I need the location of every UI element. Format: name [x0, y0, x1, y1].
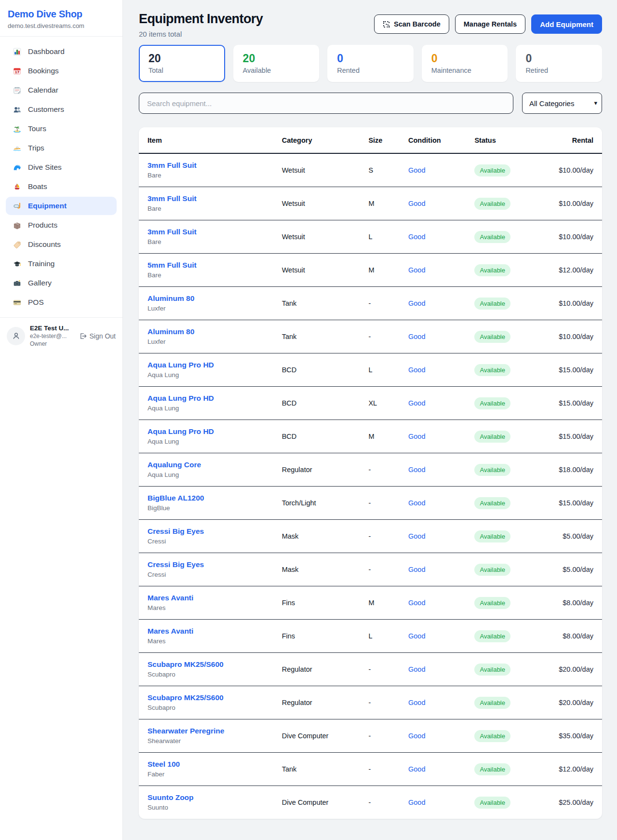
item-cell: Shearwater PeregrineShearwater [139, 719, 273, 753]
item-name-link[interactable]: Mares Avanti [148, 593, 265, 603]
table-header: ItemCategorySizeConditionStatusRental [139, 127, 602, 153]
item-name-link[interactable]: Aqua Lung Pro HD [148, 393, 265, 403]
sidebar-item-label: Training [28, 259, 54, 268]
condition-link[interactable]: Good [408, 799, 425, 806]
table-row: Mares AvantiMaresFinsMGoodAvailable$8.00… [139, 586, 602, 620]
condition-link[interactable]: Good [408, 499, 425, 507]
condition-link[interactable]: Good [408, 665, 425, 673]
manage-rentals-button[interactable]: Manage Rentals [455, 14, 525, 34]
condition-link[interactable]: Good [408, 366, 425, 374]
condition-link[interactable]: Good [408, 566, 425, 573]
table-row: Steel 100FaberTank-GoodAvailable$12.00/d… [139, 753, 602, 786]
wave-icon [13, 163, 21, 172]
sidebar-item-label: Gallery [28, 279, 52, 287]
add-equipment-label: Add Equipment [540, 20, 593, 28]
sidebar-item-boats[interactable]: Boats [6, 177, 117, 196]
condition-link[interactable]: Good [408, 399, 425, 407]
item-brand: BigBlue [148, 504, 265, 513]
item-name-link[interactable]: Scubapro MK25/S600 [148, 693, 265, 703]
stat-card-retired[interactable]: 0Retired [516, 45, 602, 82]
condition-link[interactable]: Good [408, 233, 425, 241]
sidebar-item-dive-sites[interactable]: Dive Sites [6, 158, 117, 176]
sidebar-item-gallery[interactable]: Gallery [6, 274, 117, 292]
stat-card-available[interactable]: 20Available [233, 45, 320, 82]
sidebar-item-dashboard[interactable]: Dashboard [6, 42, 117, 61]
condition-link[interactable]: Good [408, 166, 425, 174]
condition-link[interactable]: Good [408, 333, 425, 340]
item-name-link[interactable]: 3mm Full Suit [148, 227, 265, 237]
status-cell: Available [466, 453, 537, 487]
category-cell: Dive Computer [273, 786, 360, 819]
table-row: Scubapro MK25/S600ScubaproRegulator-Good… [139, 686, 602, 719]
avatar [7, 327, 25, 345]
item-name-link[interactable]: Shearwater Peregrine [148, 726, 265, 736]
items-total-count: 20 items total [139, 30, 263, 38]
item-name-link[interactable]: Suunto Zoop [148, 793, 265, 802]
item-name-link[interactable]: 3mm Full Suit [148, 194, 265, 203]
item-name-link[interactable]: Aluminum 80 [148, 327, 265, 337]
status-badge: Available [474, 564, 510, 576]
condition-link[interactable]: Good [408, 632, 425, 640]
item-name-link[interactable]: Aqua Lung Pro HD [148, 360, 265, 370]
item-name-link[interactable]: Cressi Big Eyes [148, 560, 265, 569]
item-name-link[interactable]: BigBlue AL1200 [148, 493, 265, 503]
sign-out-icon [79, 332, 87, 340]
condition-cell: Good [400, 187, 466, 220]
add-equipment-button[interactable]: Add Equipment [531, 14, 602, 34]
rental-cell: $12.00/day [537, 753, 602, 786]
manage-rentals-label: Manage Rentals [464, 20, 517, 28]
condition-link[interactable]: Good [408, 299, 425, 307]
size-cell: - [360, 287, 400, 320]
sidebar-item-trips[interactable]: Trips [6, 139, 117, 157]
sidebar-item-equipment[interactable]: Equipment [6, 197, 117, 215]
sidebar-item-products[interactable]: Products [6, 216, 117, 234]
sidebar-item-label: Boats [28, 182, 47, 191]
rental-cell: $8.00/day [537, 620, 602, 653]
item-name-link[interactable]: Aqualung Core [148, 460, 265, 470]
scan-barcode-button[interactable]: Scan Barcode [374, 14, 449, 34]
spiral-calendar-icon [13, 86, 21, 95]
rental-cell: $15.00/day [537, 487, 602, 520]
condition-link[interactable]: Good [408, 599, 425, 607]
condition-link[interactable]: Good [408, 266, 425, 274]
stat-card-rented[interactable]: 0Rented [327, 45, 414, 82]
sidebar-item-customers[interactable]: Customers [6, 100, 117, 119]
size-cell: M [360, 586, 400, 620]
stat-card-maintenance[interactable]: 0Maintenance [422, 45, 508, 82]
item-name-link[interactable]: Aluminum 80 [148, 294, 265, 303]
condition-link[interactable]: Good [408, 532, 425, 540]
search-input[interactable] [139, 93, 513, 114]
brand-name[interactable]: Demo Dive Shop [8, 9, 115, 20]
item-cell: Scubapro MK25/S600Scubapro [139, 653, 273, 686]
condition-link[interactable]: Good [408, 433, 425, 440]
item-name-link[interactable]: Scubapro MK25/S600 [148, 660, 265, 669]
item-brand: Aqua Lung [148, 404, 265, 413]
stat-card-total[interactable]: 20Total [139, 45, 225, 82]
condition-cell: Good [400, 719, 466, 753]
sign-out-button[interactable]: Sign Out [79, 332, 116, 340]
rental-cell: $20.00/day [537, 653, 602, 686]
condition-link[interactable]: Good [408, 732, 425, 740]
sidebar-item-calendar[interactable]: Calendar [6, 81, 117, 99]
item-name-link[interactable]: Steel 100 [148, 759, 265, 769]
condition-link[interactable]: Good [408, 466, 425, 474]
item-name-link[interactable]: Aqua Lung Pro HD [148, 427, 265, 436]
item-name-link[interactable]: 5mm Full Suit [148, 260, 265, 270]
category-select[interactable]: All Categories [522, 93, 602, 114]
sidebar-item-tours[interactable]: Tours [6, 120, 117, 138]
sidebar-item-pos[interactable]: POS [6, 293, 117, 312]
sidebar-item-bookings[interactable]: 17Bookings [6, 62, 117, 80]
item-cell: Cressi Big EyesCressi [139, 553, 273, 586]
condition-link[interactable]: Good [408, 699, 425, 706]
condition-link[interactable]: Good [408, 200, 425, 207]
sidebar-item-label: Bookings [28, 67, 59, 75]
item-brand: Luxfer [148, 304, 265, 313]
category-cell: Mask [273, 520, 360, 553]
sidebar-item-training[interactable]: Training [6, 255, 117, 273]
item-name-link[interactable]: Mares Avanti [148, 626, 265, 636]
sidebar-item-discounts[interactable]: Discounts [6, 235, 117, 254]
item-name-link[interactable]: Cressi Big Eyes [148, 527, 265, 536]
item-name-link[interactable]: 3mm Full Suit [148, 161, 265, 170]
stat-label: Available [243, 67, 310, 74]
condition-link[interactable]: Good [408, 765, 425, 773]
